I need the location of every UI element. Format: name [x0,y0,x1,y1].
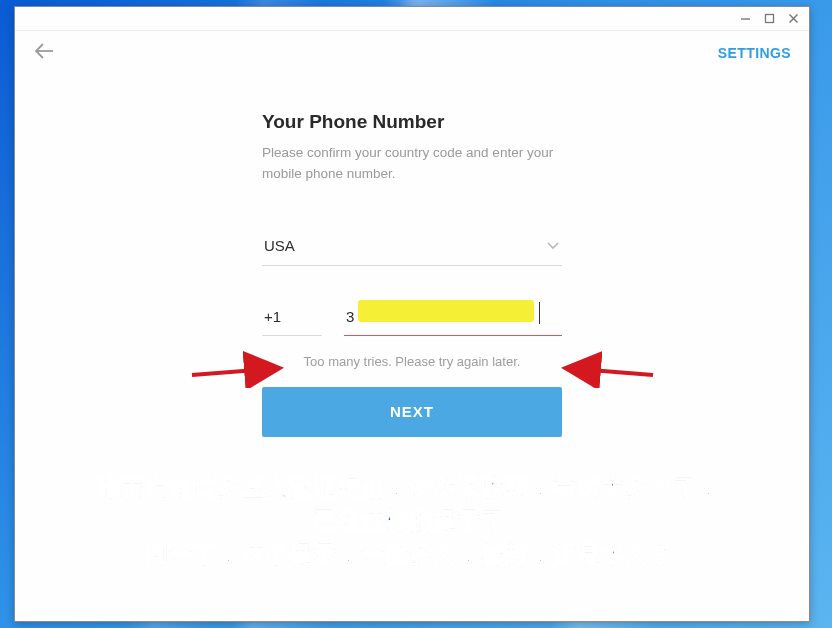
text-caret [539,302,540,324]
redaction-highlight [358,300,534,322]
app-window: SETTINGS Your Phone Number Please confir… [14,6,810,622]
dial-code-input[interactable] [262,304,322,336]
window-maximize-button[interactable] [761,11,777,27]
settings-link[interactable]: SETTINGS [718,45,791,61]
form-subtitle: Please confirm your country code and ent… [262,143,562,185]
country-select[interactable]: USA [262,231,562,266]
phone-number-wrap [344,304,562,336]
back-button[interactable] [29,38,59,68]
next-button[interactable]: NEXT [262,387,562,437]
form-title: Your Phone Number [262,111,562,133]
annotation-arrow-right [555,348,655,388]
chevron-down-icon [546,237,560,255]
error-message: Too many tries. Please try again later. [262,354,562,369]
window-minimize-button[interactable] [737,11,753,27]
login-form: Your Phone Number Please confirm your co… [262,111,562,437]
topbar: SETTINGS [15,31,809,75]
annotation-text: 昨天发送过多登入验证短信，依然没收到，尝试太多次了， 已经这样的提示了 问一下，… [29,471,789,571]
country-name: USA [264,237,295,254]
phone-row [262,304,562,336]
svg-line-6 [565,368,653,375]
svg-rect-1 [765,15,773,23]
window-close-button[interactable] [785,11,801,27]
titlebar [15,7,809,31]
